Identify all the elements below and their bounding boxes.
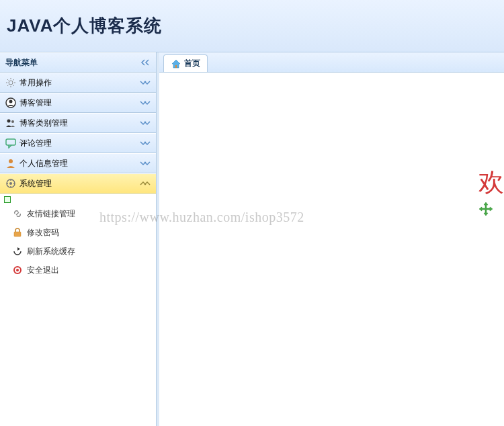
users-icon <box>5 118 16 128</box>
system-submenu: 友情链接管理 修改密码 刷新系统缓存 安全退出 <box>0 194 156 281</box>
content-area: 首页 欢 <box>157 52 504 426</box>
svg-point-8 <box>9 182 12 185</box>
tab-bar: 首页 <box>159 52 504 73</box>
app-header: JAVA个人博客系统 <box>0 0 504 52</box>
svg-point-6 <box>9 159 13 163</box>
power-icon <box>12 265 23 275</box>
svg-point-0 <box>9 81 13 85</box>
content-body: 欢 <box>159 73 504 422</box>
submenu-label: 友情链接管理 <box>27 208 75 220</box>
sidebar-title-bar[interactable]: 导航菜单 <box>0 52 156 73</box>
panel-label: 评论管理 <box>19 138 52 149</box>
panel-label: 系统管理 <box>19 178 52 189</box>
main-container: 导航菜单 常用操作 博客管理 <box>0 52 504 426</box>
panel-comment-mgmt[interactable]: 评论管理 <box>0 133 156 153</box>
collapse-sidebar-icon[interactable] <box>140 59 151 66</box>
welcome-text: 欢 <box>478 165 504 200</box>
tree-node-icon <box>4 196 11 203</box>
lock-icon <box>12 227 23 238</box>
chevron-down-icon <box>140 79 151 86</box>
move-cursor-icon <box>478 202 493 216</box>
person-icon <box>5 158 16 169</box>
submenu-label: 安全退出 <box>27 265 59 276</box>
svg-rect-13 <box>175 65 177 68</box>
panel-blog-category[interactable]: 博客类别管理 <box>0 113 156 133</box>
user-circle-icon <box>5 97 16 108</box>
submenu-refresh-cache[interactable]: 刷新系统缓存 <box>0 242 156 261</box>
sidebar-title: 导航菜单 <box>5 57 38 69</box>
tab-label: 首页 <box>184 58 200 69</box>
link-icon <box>12 208 23 219</box>
panel-label: 博客类别管理 <box>19 118 68 129</box>
svg-point-3 <box>7 120 11 123</box>
submenu-label: 修改密码 <box>27 227 59 239</box>
submenu-logout[interactable]: 安全退出 <box>0 261 156 280</box>
submenu-friendlinks[interactable]: 友情链接管理 <box>0 204 156 223</box>
refresh-icon <box>12 246 23 257</box>
chevron-up-icon <box>140 180 151 187</box>
gear-icon <box>5 77 16 88</box>
app-title: JAVA个人博客系统 <box>7 14 163 38</box>
svg-point-12 <box>16 269 19 271</box>
panel-system-mgmt[interactable]: 系统管理 <box>0 173 156 194</box>
chevron-down-icon <box>140 140 151 146</box>
home-icon <box>171 58 181 69</box>
panel-common-ops[interactable]: 常用操作 <box>0 73 156 93</box>
tab-home[interactable]: 首页 <box>163 54 208 72</box>
panel-blog-mgmt[interactable]: 博客管理 <box>0 93 156 113</box>
system-icon <box>5 178 16 189</box>
panel-label: 个人信息管理 <box>19 158 68 169</box>
submenu-change-password[interactable]: 修改密码 <box>0 223 156 242</box>
svg-point-2 <box>9 100 13 103</box>
svg-rect-5 <box>6 139 15 145</box>
chevron-down-icon <box>140 120 151 126</box>
sidebar: 导航菜单 常用操作 博客管理 <box>0 52 157 426</box>
panel-label: 常用操作 <box>19 77 52 89</box>
submenu-label: 刷新系统缓存 <box>27 246 75 257</box>
comment-icon <box>5 138 16 148</box>
svg-rect-9 <box>14 232 21 237</box>
panel-profile-mgmt[interactable]: 个人信息管理 <box>0 153 156 173</box>
chevron-down-icon <box>140 99 151 106</box>
svg-point-4 <box>11 120 14 123</box>
chevron-down-icon <box>140 160 151 167</box>
panel-label: 博客管理 <box>19 97 52 109</box>
